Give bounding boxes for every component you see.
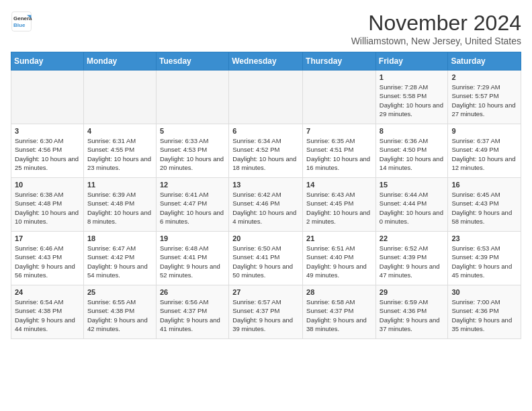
calendar-cell: 30Sunrise: 7:00 AM Sunset: 4:36 PM Dayli… [448, 285, 521, 339]
weekday-header-sunday: Sunday [11, 52, 84, 71]
day-number: 10 [15, 181, 80, 189]
day-info: Sunrise: 6:43 AM Sunset: 4:45 PM Dayligh… [306, 190, 372, 226]
calendar-cell: 5Sunrise: 6:33 AM Sunset: 4:53 PM Daylig… [156, 124, 228, 178]
svg-text:Blue: Blue [13, 22, 26, 28]
calendar-cell [11, 71, 84, 124]
day-info: Sunrise: 7:00 AM Sunset: 4:36 PM Dayligh… [451, 298, 517, 333]
calendar-cell: 18Sunrise: 6:47 AM Sunset: 4:42 PM Dayli… [83, 232, 156, 285]
calendar-cell: 6Sunrise: 6:34 AM Sunset: 4:52 PM Daylig… [229, 124, 303, 178]
day-info: Sunrise: 6:31 AM Sunset: 4:55 PM Dayligh… [87, 136, 152, 172]
day-number: 23 [451, 234, 517, 242]
day-number: 21 [306, 234, 372, 242]
calendar-cell: 7Sunrise: 6:35 AM Sunset: 4:51 PM Daylig… [303, 124, 376, 178]
calendar-cell: 3Sunrise: 6:30 AM Sunset: 4:56 PM Daylig… [11, 124, 84, 178]
day-number: 13 [232, 181, 299, 189]
calendar-cell: 20Sunrise: 6:50 AM Sunset: 4:41 PM Dayli… [229, 232, 303, 285]
day-info: Sunrise: 6:58 AM Sunset: 4:37 PM Dayligh… [306, 298, 372, 333]
weekday-header-thursday: Thursday [303, 52, 376, 71]
day-number: 5 [160, 127, 225, 135]
calendar-cell: 29Sunrise: 6:59 AM Sunset: 4:36 PM Dayli… [375, 285, 448, 339]
calendar-cell: 9Sunrise: 6:37 AM Sunset: 4:49 PM Daylig… [448, 124, 521, 178]
day-info: Sunrise: 6:50 AM Sunset: 4:41 PM Dayligh… [232, 244, 299, 279]
calendar-cell: 2Sunrise: 7:29 AM Sunset: 5:57 PM Daylig… [448, 71, 521, 124]
weekday-header-saturday: Saturday [448, 52, 521, 71]
calendar-week-row: 24Sunrise: 6:54 AM Sunset: 4:38 PM Dayli… [11, 285, 521, 339]
day-number: 19 [160, 234, 225, 242]
day-info: Sunrise: 6:45 AM Sunset: 4:43 PM Dayligh… [451, 190, 517, 226]
logo: General Blue [11, 11, 35, 32]
calendar-cell: 13Sunrise: 6:42 AM Sunset: 4:46 PM Dayli… [229, 178, 303, 232]
calendar-cell: 25Sunrise: 6:55 AM Sunset: 4:38 PM Dayli… [83, 285, 156, 339]
calendar-cell: 23Sunrise: 6:53 AM Sunset: 4:39 PM Dayli… [448, 232, 521, 285]
logo-icon: General Blue [11, 11, 32, 32]
day-info: Sunrise: 6:35 AM Sunset: 4:51 PM Dayligh… [306, 136, 372, 172]
day-info: Sunrise: 7:28 AM Sunset: 5:58 PM Dayligh… [380, 83, 445, 118]
calendar-cell: 15Sunrise: 6:44 AM Sunset: 4:44 PM Dayli… [375, 178, 448, 232]
day-info: Sunrise: 6:34 AM Sunset: 4:52 PM Dayligh… [232, 136, 299, 172]
day-info: Sunrise: 6:51 AM Sunset: 4:40 PM Dayligh… [306, 244, 372, 279]
calendar-cell [156, 71, 228, 124]
day-info: Sunrise: 6:48 AM Sunset: 4:41 PM Dayligh… [160, 244, 225, 279]
weekday-header-tuesday: Tuesday [156, 52, 228, 71]
day-info: Sunrise: 6:30 AM Sunset: 4:56 PM Dayligh… [15, 136, 80, 172]
day-info: Sunrise: 6:56 AM Sunset: 4:37 PM Dayligh… [160, 298, 225, 333]
day-info: Sunrise: 6:33 AM Sunset: 4:53 PM Dayligh… [160, 136, 225, 172]
day-info: Sunrise: 7:29 AM Sunset: 5:57 PM Dayligh… [451, 83, 517, 118]
day-number: 7 [306, 127, 372, 135]
calendar-table: SundayMondayTuesdayWednesdayThursdayFrid… [11, 52, 521, 339]
calendar-week-row: 3Sunrise: 6:30 AM Sunset: 4:56 PM Daylig… [11, 124, 521, 178]
calendar-cell: 8Sunrise: 6:36 AM Sunset: 4:50 PM Daylig… [375, 124, 448, 178]
day-info: Sunrise: 6:42 AM Sunset: 4:46 PM Dayligh… [232, 190, 299, 226]
day-number: 11 [87, 181, 152, 189]
calendar-cell [229, 71, 303, 124]
day-number: 14 [306, 181, 372, 189]
day-info: Sunrise: 6:44 AM Sunset: 4:44 PM Dayligh… [380, 190, 445, 226]
calendar-cell: 19Sunrise: 6:48 AM Sunset: 4:41 PM Dayli… [156, 232, 228, 285]
day-number: 3 [15, 127, 80, 135]
calendar-cell: 10Sunrise: 6:38 AM Sunset: 4:48 PM Dayli… [11, 178, 84, 232]
calendar-cell: 24Sunrise: 6:54 AM Sunset: 4:38 PM Dayli… [11, 285, 84, 339]
calendar-week-row: 10Sunrise: 6:38 AM Sunset: 4:48 PM Dayli… [11, 178, 521, 232]
day-number: 6 [232, 127, 299, 135]
day-number: 27 [232, 288, 299, 296]
calendar-cell: 1Sunrise: 7:28 AM Sunset: 5:58 PM Daylig… [375, 71, 448, 124]
day-number: 12 [160, 181, 225, 189]
day-info: Sunrise: 6:55 AM Sunset: 4:38 PM Dayligh… [87, 298, 152, 333]
weekday-header-wednesday: Wednesday [229, 52, 303, 71]
day-number: 26 [160, 288, 225, 296]
calendar-week-row: 17Sunrise: 6:46 AM Sunset: 4:43 PM Dayli… [11, 232, 521, 285]
calendar-header-row: SundayMondayTuesdayWednesdayThursdayFrid… [11, 52, 521, 71]
calendar-cell: 4Sunrise: 6:31 AM Sunset: 4:55 PM Daylig… [83, 124, 156, 178]
day-number: 8 [380, 127, 445, 135]
calendar-cell: 11Sunrise: 6:39 AM Sunset: 4:48 PM Dayli… [83, 178, 156, 232]
month-title: November 2024 [351, 11, 521, 36]
day-number: 20 [232, 234, 299, 242]
day-info: Sunrise: 6:37 AM Sunset: 4:49 PM Dayligh… [451, 136, 517, 172]
calendar-cell [83, 71, 156, 124]
day-info: Sunrise: 6:38 AM Sunset: 4:48 PM Dayligh… [15, 190, 80, 226]
page-header: General Blue November 2024 Williamstown,… [11, 11, 521, 46]
day-info: Sunrise: 6:52 AM Sunset: 4:39 PM Dayligh… [380, 244, 445, 279]
day-number: 4 [87, 127, 152, 135]
day-info: Sunrise: 6:47 AM Sunset: 4:42 PM Dayligh… [87, 244, 152, 279]
day-number: 1 [380, 73, 445, 81]
day-number: 18 [87, 234, 152, 242]
day-number: 25 [87, 288, 152, 296]
day-number: 30 [451, 288, 517, 296]
day-info: Sunrise: 6:41 AM Sunset: 4:47 PM Dayligh… [160, 190, 225, 226]
calendar-cell: 27Sunrise: 6:57 AM Sunset: 4:37 PM Dayli… [229, 285, 303, 339]
day-info: Sunrise: 6:54 AM Sunset: 4:38 PM Dayligh… [15, 298, 80, 333]
calendar-cell: 12Sunrise: 6:41 AM Sunset: 4:47 PM Dayli… [156, 178, 228, 232]
location-subtitle: Williamstown, New Jersey, United States [351, 36, 521, 46]
day-number: 16 [451, 181, 517, 189]
day-number: 22 [380, 234, 445, 242]
day-number: 28 [306, 288, 372, 296]
day-info: Sunrise: 6:53 AM Sunset: 4:39 PM Dayligh… [451, 244, 517, 279]
weekday-header-monday: Monday [83, 52, 156, 71]
day-number: 24 [15, 288, 80, 296]
day-info: Sunrise: 6:39 AM Sunset: 4:48 PM Dayligh… [87, 190, 152, 226]
calendar-cell: 26Sunrise: 6:56 AM Sunset: 4:37 PM Dayli… [156, 285, 228, 339]
day-info: Sunrise: 6:46 AM Sunset: 4:43 PM Dayligh… [15, 244, 80, 279]
calendar-cell: 16Sunrise: 6:45 AM Sunset: 4:43 PM Dayli… [448, 178, 521, 232]
calendar-cell: 22Sunrise: 6:52 AM Sunset: 4:39 PM Dayli… [375, 232, 448, 285]
